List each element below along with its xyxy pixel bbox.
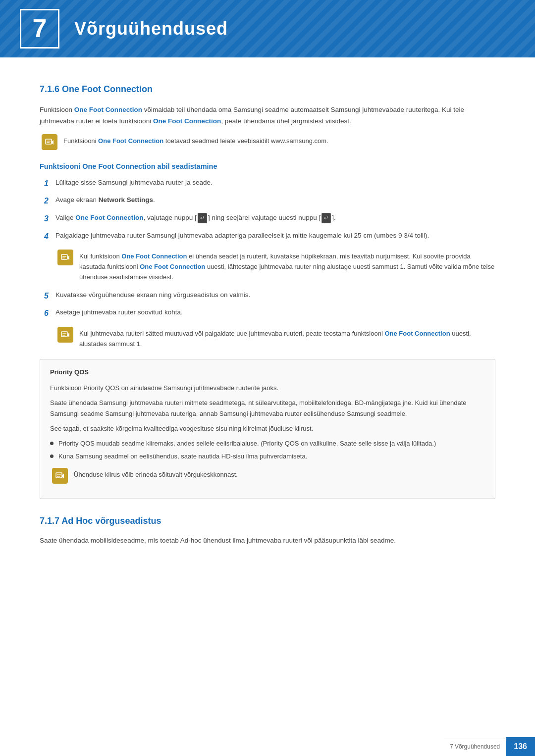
note-2-inner: Kui funktsioon One Foot Connection ei üh… [55, 250, 495, 282]
priority-qos-bullets: Priority QOS muudab seadme kiiremaks, an… [50, 439, 485, 462]
step-1: 1 Lülitage sisse Samsungi juhtmevaba ruu… [40, 177, 495, 190]
section-716-intro: Funktsioon One Foot Connection võimaldab… [40, 104, 495, 127]
note-icon-4 [52, 468, 68, 484]
svg-rect-0 [46, 139, 52, 144]
note-2-text: Kui funktsioon One Foot Connection ei üh… [79, 250, 495, 282]
footer-section-label: 7 Võrguühendused [444, 739, 506, 755]
priority-qos-title: Priority QOS [50, 367, 485, 378]
section-716-heading: 7.1.6 One Foot Connection [40, 82, 495, 97]
step-2: 2 Avage ekraan Network Settings. [40, 195, 495, 207]
note-2: Kui funktsioon One Foot Connection ei üh… [55, 250, 495, 282]
step-6: 6 Asetage juhtmevaba ruuter soovitud koh… [40, 307, 495, 320]
page-content: 7.1.6 One Foot Connection Funktsioon One… [0, 57, 535, 582]
step-3: 3 Valige One Foot Connection, vajutage n… [40, 212, 495, 225]
subsection-heading: Funktsiooni One Foot Connection abil sea… [40, 161, 495, 172]
priority-qos-note: Ühenduse kiirus võib erineda sõltuvalt v… [50, 468, 485, 484]
bullet-item-2: Kuna Samsung seadmel on eelisühendus, sa… [50, 452, 485, 462]
footer-page-number: 136 [506, 737, 535, 756]
note-icon-1 [42, 134, 57, 150]
note-3-inner: Kui juhtmevaba ruuteri sätted muutuvad v… [55, 327, 495, 350]
note-icon-3 [57, 327, 73, 343]
note-3-text: Kui juhtmevaba ruuteri sätted muutuvad v… [79, 327, 495, 350]
step-5: 5 Kuvatakse võrguühenduse ekraan ning võ… [40, 290, 495, 302]
page-footer: 7 Võrguühendused 136 [444, 737, 535, 756]
button-icon-1: ↵ [198, 213, 207, 224]
bullet-dot-2 [50, 454, 54, 458]
bullet-dot-1 [50, 442, 54, 445]
svg-rect-6 [61, 332, 67, 337]
chapter-title: Võrguühendused [74, 14, 228, 43]
section-717-text: Saate ühendada mobiilsideseadme, mis toe… [40, 535, 495, 547]
note-1: Funktsiooni One Foot Connection toetavad… [40, 134, 495, 150]
priority-qos-p1: Funktsioon Priority QOS on ainulaadne Sa… [50, 383, 485, 394]
svg-rect-3 [61, 254, 67, 259]
note-1-text: Funktsiooni One Foot Connection toetavad… [63, 134, 328, 147]
section-717-heading: 7.1.7 Ad Hoc võrguseadistus [40, 514, 495, 528]
priority-qos-p2: Saate ühendada Samsungi juhtmevaba ruute… [50, 398, 485, 419]
note-icon-2 [57, 250, 73, 265]
note-3: Kui juhtmevaba ruuteri sätted muutuvad v… [55, 327, 495, 350]
priority-qos-note-text: Ühenduse kiirus võib erineda sõltuvalt v… [74, 468, 238, 480]
steps-list: 1 Lülitage sisse Samsungi juhtmevaba ruu… [40, 177, 495, 243]
button-icon-2: ↵ [321, 213, 331, 224]
page-header: 7 Võrguühendused [0, 0, 535, 57]
step-4: 4 Paigaldage juhtmevaba ruuter Samsungi … [40, 230, 495, 243]
bullet-item-1: Priority QOS muudab seadme kiiremaks, an… [50, 439, 485, 449]
chapter-number: 7 [20, 9, 59, 49]
steps-list-2: 5 Kuvatakse võrguühenduse ekraan ning võ… [40, 290, 495, 320]
priority-qos-box: Priority QOS Funktsioon Priority QOS on … [40, 359, 495, 499]
svg-rect-9 [56, 473, 62, 478]
priority-qos-p3: See tagab, et saaksite kõrgeima kvalitee… [50, 423, 485, 434]
